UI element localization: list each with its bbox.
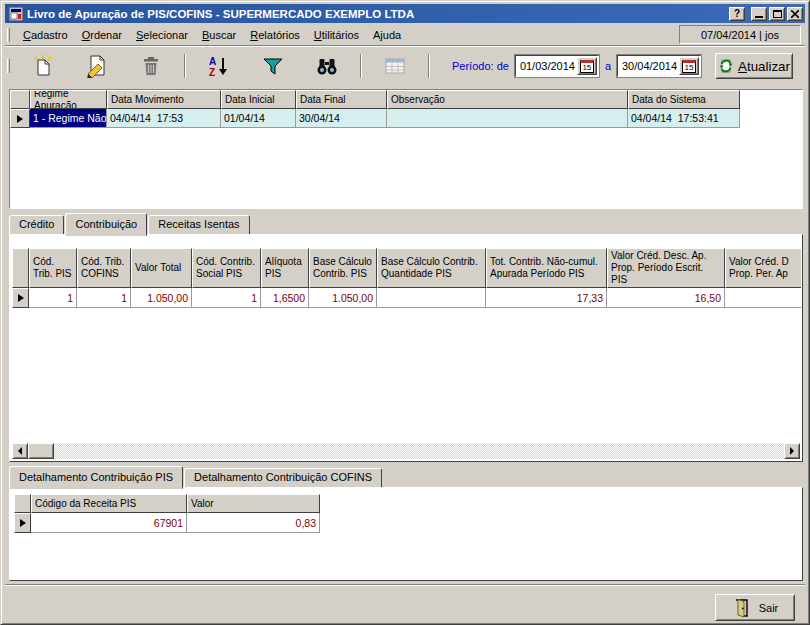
- cell-tot-contrib-nao-cumul[interactable]: 17,33: [486, 288, 607, 308]
- new-record-button[interactable]: [29, 52, 57, 80]
- search-button[interactable]: [313, 52, 341, 80]
- edit-record-icon: [85, 54, 109, 78]
- scrollbar-thumb[interactable]: [28, 443, 54, 459]
- cell-valor-cred-prop[interactable]: [725, 288, 801, 308]
- app-icon: [9, 7, 23, 21]
- menu-cadastro[interactable]: Cadastro: [16, 26, 75, 44]
- menu-bar: Cadastro Ordenar Selecionar Buscar Relat…: [5, 25, 805, 46]
- sair-button[interactable]: Sair: [715, 594, 795, 621]
- current-row-indicator: [10, 109, 30, 128]
- titlebar[interactable]: Livro de Apuração de PIS/COFINS - SUPERM…: [5, 4, 805, 23]
- period-from-input[interactable]: 01/03/2014 15: [515, 55, 599, 77]
- period-to-calendar-button[interactable]: 15: [679, 57, 699, 75]
- edit-record-button[interactable]: [83, 52, 111, 80]
- cell-cod-trib-pis[interactable]: 1: [29, 288, 77, 308]
- menu-utilitarios[interactable]: Utilitários: [307, 26, 366, 44]
- cell-data-movimento[interactable]: 04/04/14 17:53: [107, 109, 221, 128]
- delete-record-button[interactable]: [137, 52, 165, 80]
- tab-contribuicao[interactable]: Contribuição: [65, 213, 147, 236]
- menu-grip: [7, 28, 10, 42]
- column-header-valor-cred-prop[interactable]: Valor Créd. D Prop. Per. Ap: [725, 248, 801, 288]
- tab-receitas-isentas[interactable]: Receitas Isentas: [148, 215, 249, 235]
- cell-base-calculo-quantidade-pis[interactable]: [377, 288, 486, 308]
- tab-credito[interactable]: Crédito: [9, 215, 64, 235]
- column-header-data-final[interactable]: Data Final: [296, 90, 387, 109]
- scroll-left-button[interactable]: [12, 443, 28, 459]
- toolbar-grip: [7, 59, 10, 73]
- tab-detalhamento-cofins[interactable]: Detalhamento Contribuição COFINS: [184, 468, 382, 488]
- cell-cod-trib-cofins[interactable]: 1: [77, 288, 131, 308]
- cell-valor-cred-desc-ap[interactable]: 16,50: [607, 288, 725, 308]
- current-row-indicator: [12, 288, 29, 308]
- contribuicao-grid-header: Cód. Trib. PIS Cód. Trib. COFINS Valor T…: [12, 248, 801, 288]
- atualizar-button[interactable]: Atualizar: [715, 53, 793, 79]
- sort-az-icon: A Z: [207, 54, 231, 78]
- column-header-valor-cred-desc-ap[interactable]: Valor Créd. Desc. Ap. Prop. Período Escr…: [607, 248, 725, 288]
- scroll-right-button[interactable]: [784, 443, 800, 459]
- contribuicao-grid-row[interactable]: 1 1 1.050,00 1 1,6500 1.050,00 17,33 16,…: [12, 288, 801, 308]
- column-header-cod-contrib-social-pis[interactable]: Cód. Contrib. Social PIS: [192, 248, 261, 288]
- detalhamento-grid-header: Código da Receita PIS Valor: [14, 494, 802, 513]
- row-pointer-icon: [18, 294, 24, 302]
- column-header-base-calculo-quantidade-pis[interactable]: Base Cálculo Contrib. Quantidade PIS: [377, 248, 486, 288]
- sort-az-button[interactable]: A Z: [205, 52, 233, 80]
- help-button[interactable]: ?: [729, 7, 745, 21]
- regime-grid-row[interactable]: 1 - Regime Não-C 04/04/14 17:53 01/04/14…: [10, 109, 802, 128]
- column-header-valor[interactable]: Valor: [187, 494, 320, 513]
- cell-data-final[interactable]: 30/04/14: [296, 109, 387, 128]
- column-header-cod-trib-pis[interactable]: Cód. Trib. PIS: [29, 248, 77, 288]
- menu-ajuda[interactable]: Ajuda: [366, 26, 408, 44]
- table-view-disabled-icon: [383, 54, 407, 78]
- column-header-tot-contrib-nao-cumul[interactable]: Tot. Contrib. Não-cumul. Apurada Período…: [486, 248, 607, 288]
- column-header-data-sistema[interactable]: Data do Sistema: [628, 90, 740, 109]
- tab-detalhamento-pis[interactable]: Detalhamento Contribuição PIS: [9, 466, 183, 489]
- scroll-right-icon: [790, 447, 794, 455]
- app-window: Livro de Apuração de PIS/COFINS - SUPERM…: [0, 0, 810, 625]
- cell-base-calculo-contrib-pis[interactable]: 1.050,00: [309, 288, 377, 308]
- calendar-icon: 15: [682, 60, 696, 73]
- filter-button[interactable]: [259, 52, 287, 80]
- column-header-observacao[interactable]: Observação: [387, 90, 628, 109]
- cell-data-inicial[interactable]: 01/04/14: [221, 109, 296, 128]
- detalhamento-grid-row[interactable]: 67901 0,83: [14, 513, 802, 533]
- column-header-data-movimento[interactable]: Data Movimento: [107, 90, 221, 109]
- maximize-button[interactable]: [769, 7, 785, 21]
- close-icon: [791, 10, 799, 18]
- minimize-button[interactable]: [751, 7, 767, 21]
- period-from-calendar-button[interactable]: 15: [577, 57, 597, 75]
- column-header-regime-apuracao[interactable]: Regime Apuração: [30, 90, 107, 109]
- horizontal-scrollbar[interactable]: [12, 443, 800, 459]
- menu-buscar[interactable]: Buscar: [195, 26, 243, 44]
- cell-regime-apuracao[interactable]: 1 - Regime Não-C: [30, 109, 107, 128]
- calendar-icon: 15: [580, 60, 594, 73]
- column-header-valor-total[interactable]: Valor Total: [131, 248, 192, 288]
- menu-ordenar[interactable]: Ordenar: [75, 26, 129, 44]
- detalhamento-pis-tab-page: Código da Receita PIS Valor 67901 0,83: [9, 487, 803, 581]
- period-to-input[interactable]: 30/04/2014 15: [617, 55, 701, 77]
- cell-valor[interactable]: 0,83: [187, 513, 320, 533]
- column-header-base-calculo-contrib-pis[interactable]: Base Cálculo Contrib. PIS: [309, 248, 377, 288]
- toolbar-separator: [360, 54, 362, 78]
- row-indicator-header: [14, 494, 31, 513]
- period-to-value[interactable]: 30/04/2014: [618, 60, 679, 72]
- table-view-button[interactable]: [381, 52, 409, 80]
- svg-text:A: A: [209, 56, 216, 67]
- cell-data-sistema[interactable]: 04/04/14 17:53:41: [628, 109, 740, 128]
- cell-aliquota-pis[interactable]: 1,6500: [261, 288, 309, 308]
- session-info: 07/04/2014 | jos: [679, 25, 801, 44]
- column-header-codigo-receita-pis[interactable]: Código da Receita PIS: [31, 494, 187, 513]
- column-header-cod-trib-cofins[interactable]: Cód. Trib. COFINS: [77, 248, 131, 288]
- main-tabstrip: Crédito Contribuição Receitas Isentas: [9, 212, 251, 235]
- cell-observacao[interactable]: [387, 109, 628, 128]
- column-header-aliquota-pis[interactable]: Alíquota PIS: [261, 248, 309, 288]
- cell-cod-contrib-social-pis[interactable]: 1: [192, 288, 261, 308]
- detail-tabstrip: Detalhamento Contribuição PIS Detalhamen…: [9, 465, 383, 488]
- period-from-value[interactable]: 01/03/2014: [516, 60, 577, 72]
- cell-codigo-receita-pis[interactable]: 67901: [31, 513, 187, 533]
- menu-selecionar[interactable]: Selecionar: [129, 26, 195, 44]
- contribuicao-tab-page: Cód. Trib. PIS Cód. Trib. COFINS Valor T…: [9, 234, 803, 462]
- column-header-data-inicial[interactable]: Data Inicial: [221, 90, 296, 109]
- close-button[interactable]: [787, 7, 803, 21]
- cell-valor-total[interactable]: 1.050,00: [131, 288, 192, 308]
- menu-relatorios[interactable]: Relatórios: [243, 26, 307, 44]
